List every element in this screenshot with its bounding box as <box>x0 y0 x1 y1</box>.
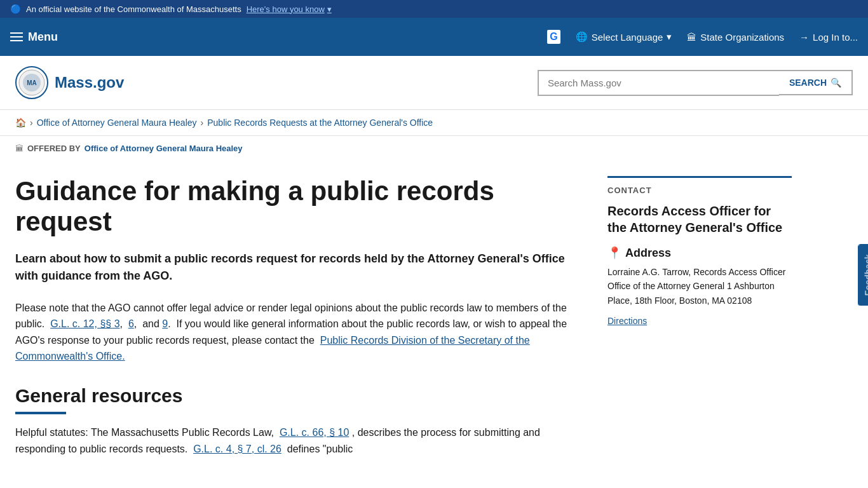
address-line-2: Office of the Attorney General 1 Ashburt… <box>607 279 792 308</box>
breadcrumb: 🏠 › Office of Attorney General Maura Hea… <box>0 110 868 136</box>
content-area: Guidance for making a public records req… <box>15 176 587 467</box>
login-button[interactable]: → Log In to... <box>799 32 858 43</box>
hamburger-icon <box>10 32 23 41</box>
page-title: Guidance for making a public records req… <box>15 176 587 238</box>
address-section: 📍 Address Lorraine A.G. Tarrow, Records … <box>607 246 792 308</box>
breadcrumb-link-2[interactable]: Public Records Requests at the Attorney … <box>207 118 433 128</box>
link-gl-4-7[interactable]: G.L. c. 4, § 7, cl. 26 <box>193 444 281 454</box>
section-divider <box>15 412 66 414</box>
search-input[interactable] <box>538 70 779 96</box>
login-icon: → <box>799 32 809 43</box>
banner-text: An official website of the Commonwealth … <box>26 4 241 14</box>
login-label: Log In to... <box>813 32 858 43</box>
google-translate-icon: G <box>547 30 560 44</box>
breadcrumb-link-1[interactable]: Office of Attorney General Maura Healey <box>37 118 197 128</box>
logo-text: Mass.gov <box>55 74 124 92</box>
location-icon: 📍 <box>607 246 621 260</box>
link-gl-12-3-label: G.L. c. 12, §§ 3 <box>50 318 119 329</box>
search-icon: 🔍 <box>831 78 841 88</box>
page-subtitle: Learn about how to submit a public recor… <box>15 250 587 285</box>
link-gl-9[interactable]: 9 <box>162 318 168 329</box>
link-gl-6[interactable]: 6 <box>128 318 134 329</box>
breadcrumb-link-1-label: Office of Attorney General Maura Healey <box>37 118 197 128</box>
contact-label: Contact <box>607 186 792 195</box>
breadcrumb-home[interactable]: 🏠 <box>15 118 26 128</box>
address-label-text: Address <box>625 247 671 260</box>
translate-icon-button[interactable]: G <box>547 30 560 44</box>
chevron-icon: ▾ <box>327 4 332 14</box>
offered-by-agency: Office of Attorney General Maura Healey <box>85 144 243 153</box>
state-org-label: State Organizations <box>700 32 784 43</box>
address-line-1: Lorraine A.G. Tarrow, Records Access Off… <box>607 265 792 279</box>
link-gl-12-3[interactable]: G.L. c. 12, §§ 3 <box>50 318 119 329</box>
feedback-tab[interactable]: Feedback <box>858 244 868 306</box>
directions-link[interactable]: Directions <box>607 316 647 326</box>
helpful-text-3: defines "public <box>287 444 353 454</box>
link-gl-9-label: 9 <box>162 318 168 329</box>
contact-box: Contact Records Access Officer for the A… <box>607 176 792 327</box>
link-gl-4-label: G.L. c. 4, § 7, cl. 26 <box>193 444 281 454</box>
nav-right: G 🌐 Select Language ▾ 🏛 State Organizati… <box>547 30 858 44</box>
feedback-label: Feedback <box>863 254 868 295</box>
site-logo[interactable]: MA Mass.gov <box>15 66 124 99</box>
offered-by-section: 🏛 Offered By Office of Attorney General … <box>0 136 868 161</box>
body-paragraph-1: Please note that the AGO cannot offer le… <box>15 300 587 365</box>
state-organizations-button[interactable]: 🏛 State Organizations <box>687 32 784 43</box>
offered-by-agency-link[interactable]: Office of Attorney General Maura Healey <box>85 144 243 153</box>
link-gl-6-label: 6 <box>128 318 134 329</box>
search-button[interactable]: SEARCH 🔍 <box>779 70 853 95</box>
mass-seal-icon: MA <box>15 66 48 99</box>
seal-icon: 🔵 <box>10 4 21 14</box>
how-you-know-button[interactable]: Here's how you know ▾ <box>247 4 332 14</box>
menu-button[interactable]: Menu <box>10 30 58 44</box>
offered-by-label: Offered By <box>27 144 81 153</box>
link-gl-66-10[interactable]: G.L. c. 66, § 10 <box>280 427 349 438</box>
breadcrumb-link-2-label: Public Records Requests at the Attorney … <box>207 118 433 128</box>
breadcrumb-sep-1: › <box>30 118 33 128</box>
helpful-text-1: Helpful statutes: The Massachusetts Publ… <box>15 427 274 438</box>
sidebar: Contact Records Access Officer for the A… <box>607 176 792 467</box>
search-button-label: SEARCH <box>789 78 827 88</box>
offered-by-building-icon: 🏛 <box>15 144 24 153</box>
directions-label: Directions <box>607 316 647 326</box>
svg-text:MA: MA <box>27 79 37 86</box>
search-area: SEARCH 🔍 <box>538 70 853 96</box>
site-header: MA Mass.gov SEARCH 🔍 <box>0 56 868 110</box>
helpful-statutes-paragraph: Helpful statutes: The Massachusetts Publ… <box>15 424 587 457</box>
select-language-button[interactable]: 🌐 Select Language ▾ <box>576 31 672 43</box>
breadcrumb-sep-2: › <box>201 118 204 128</box>
how-you-know-label: Here's how you know <box>247 4 325 14</box>
globe-icon: 🌐 <box>576 31 588 43</box>
menu-label: Menu <box>28 30 58 44</box>
top-banner: 🔵 An official website of the Commonwealt… <box>0 0 868 18</box>
nav-bar: Menu G 🌐 Select Language ▾ 🏛 State Organ… <box>0 18 868 56</box>
link-gl-66-label: G.L. c. 66, § 10 <box>280 427 349 438</box>
select-language-label: Select Language <box>592 32 663 43</box>
contact-title: Records Access Officer for the Attorney … <box>607 203 792 236</box>
home-icon: 🏠 <box>15 118 26 128</box>
language-chevron-icon: ▾ <box>667 31 672 43</box>
general-resources-heading: General resources <box>15 385 587 407</box>
building-icon: 🏛 <box>687 32 696 43</box>
main-layout: Guidance for making a public records req… <box>0 161 839 467</box>
address-label: 📍 Address <box>607 246 792 260</box>
